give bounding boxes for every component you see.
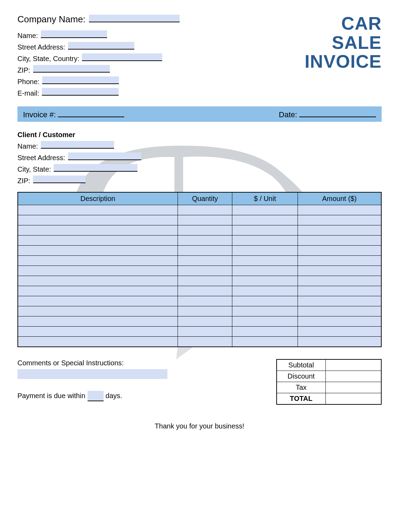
cell-amount[interactable] (298, 286, 381, 296)
subtotal-label: Subtotal (277, 359, 325, 371)
cell-unit[interactable] (232, 236, 298, 246)
cell-description[interactable] (18, 246, 178, 256)
cell-amount[interactable] (298, 337, 381, 347)
cell-quantity[interactable] (178, 215, 232, 225)
cell-unit[interactable] (232, 246, 298, 256)
cell-unit[interactable] (232, 316, 298, 327)
payment-days-input[interactable] (88, 391, 104, 401)
tax-value[interactable] (325, 382, 381, 393)
cell-quantity[interactable] (178, 246, 232, 256)
cell-description[interactable] (18, 286, 178, 296)
customer-street-label: Street Address: (17, 154, 65, 162)
cell-quantity[interactable] (178, 256, 232, 266)
cell-amount[interactable] (298, 205, 381, 215)
cell-quantity[interactable] (178, 276, 232, 286)
seller-street-label: Street Address: (17, 43, 65, 51)
payment-terms-prefix: Payment is due within (17, 392, 85, 400)
cell-description[interactable] (18, 337, 178, 347)
cell-unit[interactable] (232, 205, 298, 215)
cell-quantity[interactable] (178, 337, 232, 347)
cell-unit[interactable] (232, 276, 298, 286)
cell-amount[interactable] (298, 225, 381, 236)
customer-street-input[interactable] (68, 152, 141, 160)
cell-amount[interactable] (298, 236, 381, 246)
customer-name-input[interactable] (41, 141, 114, 149)
cell-unit[interactable] (232, 327, 298, 337)
cell-quantity[interactable] (178, 306, 232, 316)
table-row (18, 337, 381, 347)
payment-terms-suffix: days. (106, 392, 122, 400)
seller-street-input[interactable] (68, 42, 134, 50)
company-name-input[interactable] (89, 15, 180, 22)
customer-zip-label: ZIP: (17, 177, 30, 185)
document-title-line3: INVOICE (305, 52, 382, 71)
cell-quantity[interactable] (178, 205, 232, 215)
cell-description[interactable] (18, 256, 178, 266)
document-title-line2: SALE (305, 33, 382, 52)
cell-unit[interactable] (232, 296, 298, 306)
col-header-amount: Amount ($) (298, 192, 381, 205)
cell-quantity[interactable] (178, 327, 232, 337)
total-value[interactable] (325, 393, 381, 404)
table-row (18, 276, 381, 286)
cell-amount[interactable] (298, 327, 381, 337)
discount-label: Discount (277, 371, 325, 382)
cell-description[interactable] (18, 215, 178, 225)
cell-description[interactable] (18, 306, 178, 316)
comments-input[interactable] (17, 369, 167, 379)
cell-unit[interactable] (232, 266, 298, 276)
cell-quantity[interactable] (178, 236, 232, 246)
cell-description[interactable] (18, 266, 178, 276)
cell-unit[interactable] (232, 337, 298, 347)
cell-description[interactable] (18, 236, 178, 246)
table-row (18, 306, 381, 316)
invoice-number-input[interactable] (58, 109, 124, 117)
subtotal-value[interactable] (325, 359, 381, 371)
discount-value[interactable] (325, 371, 381, 382)
cell-amount[interactable] (298, 306, 381, 316)
col-header-description: Description (18, 192, 178, 205)
table-row (18, 236, 381, 246)
cell-amount[interactable] (298, 296, 381, 306)
table-row (18, 256, 381, 266)
document-title: CAR SALE INVOICE (305, 14, 382, 71)
table-row (18, 205, 381, 215)
cell-amount[interactable] (298, 316, 381, 327)
table-row (18, 316, 381, 327)
cell-quantity[interactable] (178, 266, 232, 276)
table-row (18, 296, 381, 306)
cell-description[interactable] (18, 205, 178, 215)
cell-quantity[interactable] (178, 316, 232, 327)
seller-zip-input[interactable] (33, 65, 110, 73)
cell-amount[interactable] (298, 266, 381, 276)
cell-quantity[interactable] (178, 225, 232, 236)
cell-quantity[interactable] (178, 286, 232, 296)
seller-city-input[interactable] (82, 53, 162, 61)
footer-thankyou: Thank you for your business! (17, 422, 382, 430)
seller-city-label: City, State, Country: (17, 55, 79, 63)
table-row (18, 327, 381, 337)
invoice-date-input[interactable] (299, 109, 376, 117)
cell-unit[interactable] (232, 306, 298, 316)
cell-amount[interactable] (298, 215, 381, 225)
seller-email-input[interactable] (42, 88, 119, 96)
cell-amount[interactable] (298, 246, 381, 256)
cell-description[interactable] (18, 316, 178, 327)
customer-zip-input[interactable] (33, 176, 85, 183)
cell-description[interactable] (18, 296, 178, 306)
cell-unit[interactable] (232, 215, 298, 225)
cell-unit[interactable] (232, 225, 298, 236)
cell-description[interactable] (18, 276, 178, 286)
col-header-unit: $ / Unit (232, 192, 298, 205)
cell-description[interactable] (18, 327, 178, 337)
cell-unit[interactable] (232, 286, 298, 296)
seller-phone-input[interactable] (42, 76, 119, 84)
invoice-date-label: Date: (279, 110, 297, 119)
cell-quantity[interactable] (178, 296, 232, 306)
cell-unit[interactable] (232, 256, 298, 266)
cell-amount[interactable] (298, 256, 381, 266)
cell-description[interactable] (18, 225, 178, 236)
cell-amount[interactable] (298, 276, 381, 286)
seller-name-input[interactable] (41, 30, 107, 38)
customer-city-input[interactable] (54, 164, 137, 172)
